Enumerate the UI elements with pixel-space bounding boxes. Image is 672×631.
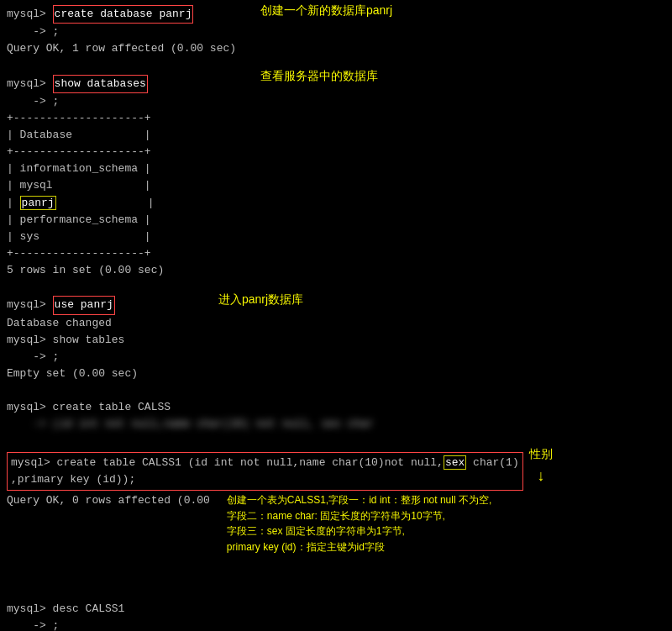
cmd-use-panrj: use panrj bbox=[53, 296, 115, 314]
blank-4 bbox=[7, 434, 665, 450]
sex-field-box: sex bbox=[444, 455, 466, 470]
arrow-sex: ↓ bbox=[529, 465, 553, 489]
blank-3 bbox=[7, 382, 665, 399]
annotation-sex-label: 性别 bbox=[529, 445, 553, 464]
cmd-show-db: show databases bbox=[53, 75, 148, 93]
calss1-block: mysql> create table CALSS1 (id int not n… bbox=[7, 452, 523, 491]
line-use-panrj: mysql> use panrj bbox=[7, 296, 665, 314]
continuation-1: -> ; bbox=[7, 24, 59, 40]
annotation-sex-container: 性别 ↓ bbox=[529, 445, 553, 489]
table-row-perfschema: | performance_schema | bbox=[7, 212, 665, 229]
line-db-changed: Database changed bbox=[7, 315, 665, 332]
show-tables: mysql> show tables bbox=[7, 332, 124, 349]
cmd-create-db: create database panrj bbox=[53, 5, 194, 24]
table-row-mysql: | mysql | bbox=[7, 177, 665, 194]
continuation-3: -> ; bbox=[7, 349, 59, 365]
line-desc-calss1: mysql> desc CALSS1 bbox=[7, 601, 665, 618]
table-border-mid: +--------------------+ bbox=[7, 144, 665, 160]
db-changed: Database changed bbox=[7, 315, 112, 332]
line-2: -> ; bbox=[7, 24, 665, 40]
table-border-bottom: +--------------------+ bbox=[7, 245, 665, 262]
panrj-highlight: panrj bbox=[20, 196, 56, 210]
table-row-panrj: | panrj | bbox=[7, 195, 665, 212]
blurred-content: -> (id int not null,name char(10) not nu… bbox=[7, 416, 374, 433]
desc-calss1: mysql> desc CALSS1 bbox=[7, 601, 124, 618]
annotation-show-db: 查看服务器中的数据库 bbox=[260, 67, 378, 86]
continuation-2: -> ; bbox=[7, 93, 59, 110]
line-create-calss: mysql> create table CALSS bbox=[7, 399, 665, 416]
table-row-infschema: | information_schema | bbox=[7, 160, 665, 177]
table-border-top: +--------------------+ bbox=[7, 110, 665, 127]
empty-set: Empty set (0.00 sec) bbox=[7, 365, 138, 382]
annotation-use-db: 进入panrj数据库 bbox=[218, 291, 303, 309]
blank-2 bbox=[7, 279, 665, 296]
line-empty-set: Empty set (0.00 sec) bbox=[7, 365, 665, 382]
rows-count: 5 rows in set (0.00 sec) bbox=[7, 262, 164, 279]
line-cont-3: -> ; bbox=[7, 349, 665, 365]
create-calss: mysql> create table CALSS bbox=[7, 399, 171, 416]
annotation-calss1-note: 创建一个表为CALSS1,字段一：id int：整形 not null 不为空,… bbox=[227, 492, 491, 555]
prompt-3: mysql> bbox=[7, 297, 53, 313]
annotation-create-db: 创建一个新的数据库panrj bbox=[260, 2, 392, 20]
line-6: -> ; bbox=[7, 93, 665, 110]
line-blurred: -> (id int not null,name char(10) not nu… bbox=[7, 416, 665, 433]
line-show-tables: mysql> show tables bbox=[7, 332, 665, 349]
rows-in-set: 5 rows in set (0.00 sec) bbox=[7, 262, 665, 279]
table-header: | Database | bbox=[7, 127, 665, 144]
line-query-ok-2: Query OK, 0 rows affected (0.00 创建一个表为CA… bbox=[7, 492, 665, 555]
line-cont-4: -> ; bbox=[7, 618, 665, 631]
line-3: Query OK, 1 row affected (0.00 sec) bbox=[7, 40, 665, 57]
table-row-sys: | sys | bbox=[7, 229, 665, 245]
continuation-4: -> ; bbox=[7, 618, 59, 631]
terminal-window: mysql> create database panrj -> ; Query … bbox=[0, 0, 672, 631]
query-ok-1: Query OK, 1 row affected (0.00 sec) bbox=[7, 40, 236, 57]
prompt-1: mysql> bbox=[7, 6, 53, 23]
query-ok-2: Query OK, 0 rows affected (0.00 bbox=[7, 492, 210, 509]
prompt-2: mysql> bbox=[7, 76, 53, 92]
